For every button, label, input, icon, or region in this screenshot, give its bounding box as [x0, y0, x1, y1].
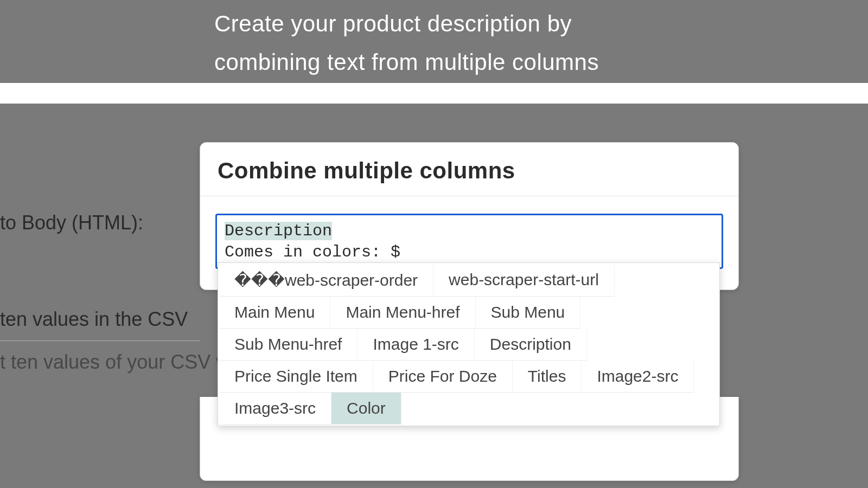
page-instruction: Create your product description by combi… — [0, 0, 868, 82]
column-option-price-for-doze[interactable]: Price For Doze — [373, 361, 513, 393]
column-option-color[interactable]: Color — [331, 393, 401, 425]
column-option-titles[interactable]: Titles — [513, 361, 582, 393]
column-option-image2-src[interactable]: Image2-src — [582, 361, 694, 393]
column-option-main-menu[interactable]: Main Menu — [219, 297, 330, 329]
template-token-highlighted: Description — [225, 222, 332, 240]
column-option-price-single-item[interactable]: Price Single Item — [219, 361, 373, 393]
column-option-main-menu-href[interactable]: Main Menu-href — [330, 297, 475, 329]
background-label-csv-preview: t ten values of your CSV w — [0, 351, 230, 374]
background-label-body-html: to Body (HTML): — [0, 211, 143, 234]
background-label-ten-values: ten values in the CSV — [0, 308, 188, 331]
template-text-rest: Comes in colors: $ — [225, 243, 400, 261]
column-option-sub-menu[interactable]: Sub Menu — [476, 297, 581, 329]
page-instruction-line1: Create your product description by — [214, 4, 868, 43]
page-instruction-line2: combining text from multiple columns — [214, 43, 868, 81]
modal-header: Combine multiple columns — [200, 143, 738, 196]
column-option-sub-menu-href[interactable]: Sub Menu-href — [219, 329, 358, 361]
column-autocomplete-dropdown: ���web-scraper-order web-scraper-start-u… — [218, 262, 720, 426]
column-option-image1-src[interactable]: Image 1-src — [358, 329, 474, 361]
column-option-web-scraper-order[interactable]: ���web-scraper-order — [219, 264, 433, 297]
background-divider — [0, 341, 200, 341]
column-option-web-scraper-start-url[interactable]: web-scraper-start-url — [433, 264, 615, 297]
column-option-description[interactable]: Description — [475, 329, 587, 361]
template-textarea[interactable]: Description Comes in colors: $ — [215, 214, 723, 269]
column-option-image3-src[interactable]: Image3-src — [219, 393, 331, 425]
separator-strip — [0, 83, 868, 104]
modal-title: Combine multiple columns — [218, 158, 721, 184]
modal-body: Description Comes in colors: $ ���web-sc… — [200, 196, 738, 290]
combine-columns-modal: Combine multiple columns Description Com… — [200, 142, 739, 290]
